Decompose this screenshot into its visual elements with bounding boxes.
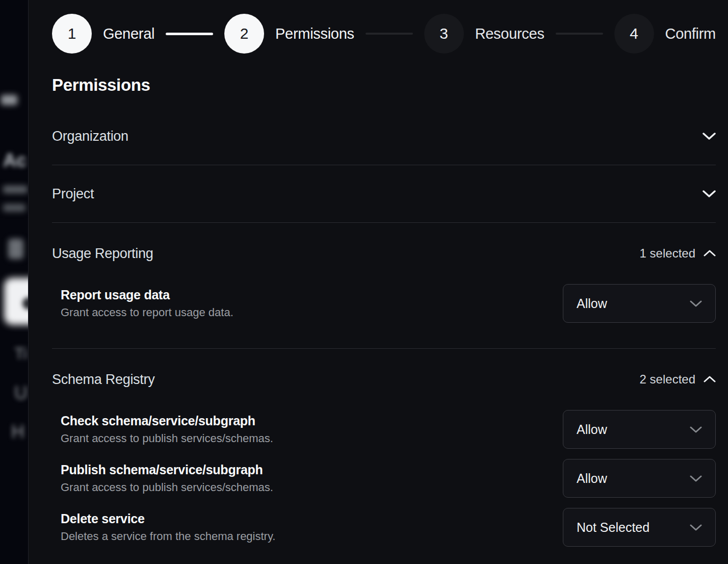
permission-select[interactable]: Allow xyxy=(563,410,716,449)
chevron-up-icon xyxy=(704,376,716,383)
step-confirm[interactable]: 4 Confirm xyxy=(614,14,716,54)
section-project: Project xyxy=(52,165,716,223)
blurred-sidebar-textline xyxy=(3,186,28,193)
chevron-down-icon xyxy=(703,190,716,198)
blurred-sidebar-item: Ti xyxy=(14,344,27,363)
step-confirm-label: Confirm xyxy=(665,25,716,42)
step-confirm-number: 4 xyxy=(614,14,654,54)
section-schema-registry-header[interactable]: Schema Registry 2 selected xyxy=(52,349,716,410)
section-organization-title: Organization xyxy=(52,129,128,144)
selected-count-badge: 2 selected xyxy=(640,372,695,387)
permission-title: Delete service xyxy=(61,511,275,526)
permission-select-value: Allow xyxy=(577,422,607,437)
chevron-down-icon xyxy=(690,426,702,433)
blurred-sidebar-textline xyxy=(3,204,25,212)
permission-description: Grant access to publish services/schemas… xyxy=(61,432,273,445)
step-general-label: General xyxy=(103,25,154,42)
section-organization: Organization xyxy=(52,108,716,165)
section-project-title: Project xyxy=(52,186,94,202)
step-permissions-label: Permissions xyxy=(275,25,354,42)
step-resources-number: 3 xyxy=(424,14,464,54)
permission-select-value: Not Selected xyxy=(577,520,649,535)
permission-select-value: Allow xyxy=(577,296,607,311)
section-schema-registry: Schema Registry 2 selected Check schema/… xyxy=(52,349,716,564)
chevron-down-icon xyxy=(690,524,702,531)
create-key-wizard-modal: 1 General 2 Permissions 3 Resources 4 Co… xyxy=(28,0,728,564)
step-general-number: 1 xyxy=(52,14,92,54)
step-permissions[interactable]: 2 Permissions xyxy=(224,14,354,54)
permission-description: Deletes a service from the schema regist… xyxy=(61,530,275,543)
background-underlay: Ac Ti U H xyxy=(0,0,28,564)
section-usage-reporting: Usage Reporting 1 selected Report usage … xyxy=(52,223,716,349)
wizard-stepper: 1 General 2 Permissions 3 Resources 4 Co… xyxy=(52,14,716,54)
permission-description: Grant access to publish services/schemas… xyxy=(61,481,273,494)
permission-title: Check schema/service/subgraph xyxy=(61,414,273,428)
step-permissions-number: 2 xyxy=(224,14,264,54)
permission-row: Check schema/service/subgraph Grant acce… xyxy=(52,410,716,449)
permission-title: Report usage data xyxy=(61,288,233,302)
section-organization-header[interactable]: Organization xyxy=(52,108,716,165)
permission-select[interactable]: Allow xyxy=(563,284,716,323)
permission-title: Publish schema/service/subgraph xyxy=(61,463,273,477)
section-schema-registry-title: Schema Registry xyxy=(52,372,155,388)
stepper-connector xyxy=(366,33,413,35)
blurred-sidebar-item: H xyxy=(11,421,24,443)
permission-select[interactable]: Allow xyxy=(563,459,716,498)
blurred-sidebar-item: U xyxy=(14,382,28,404)
chevron-down-icon xyxy=(690,475,702,482)
section-usage-reporting-header[interactable]: Usage Reporting 1 selected xyxy=(52,223,716,284)
chevron-up-icon xyxy=(704,250,716,257)
stepper-connector xyxy=(166,33,213,35)
permission-row: Delete service Deletes a service from th… xyxy=(52,508,716,547)
chevron-down-icon xyxy=(690,300,702,307)
selected-count-badge: 1 selected xyxy=(640,246,695,261)
step-resources[interactable]: 3 Resources xyxy=(424,14,544,54)
permission-select-value: Allow xyxy=(577,471,607,486)
blurred-sidebar-icon xyxy=(8,239,23,259)
step-resources-label: Resources xyxy=(475,25,544,42)
permission-select[interactable]: Not Selected xyxy=(563,508,716,547)
chevron-down-icon xyxy=(703,132,716,140)
section-usage-reporting-title: Usage Reporting xyxy=(52,246,153,262)
permission-row: Report usage data Grant access to report… xyxy=(52,284,716,323)
step-general[interactable]: 1 General xyxy=(52,14,154,54)
permission-row: Publish schema/service/subgraph Grant ac… xyxy=(52,459,716,498)
section-project-header[interactable]: Project xyxy=(52,165,716,222)
blurred-sidebar-heading: Ac xyxy=(3,150,27,171)
blurred-sidebar-label xyxy=(1,95,17,105)
stepper-connector xyxy=(556,33,603,35)
permission-description: Grant access to report usage data. xyxy=(61,306,233,319)
page-title: Permissions xyxy=(52,75,716,95)
